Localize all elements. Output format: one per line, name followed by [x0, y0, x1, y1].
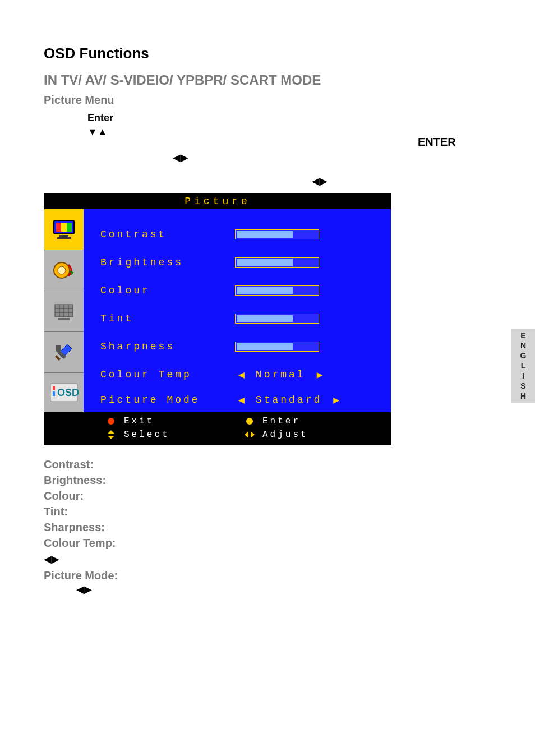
slider-brightness[interactable]: [235, 257, 319, 268]
osd-row-colour-temp[interactable]: Colour Temp ◀ Normal ▶: [100, 361, 381, 389]
svg-rect-27: [237, 315, 293, 322]
left-right-arrows-4: ◀▶: [76, 583, 491, 596]
osd-row-tint[interactable]: Tint: [100, 305, 381, 333]
desc-brightness: Brightness:: [44, 472, 491, 488]
monitor-icon: [52, 217, 76, 242]
enter-label: Enter: [87, 112, 491, 124]
desc-colour: Colour:: [44, 488, 491, 504]
svg-rect-1: [56, 223, 61, 232]
left-right-arrows-3: ◀▶: [44, 553, 491, 565]
page-title: OSD Functions: [44, 45, 491, 62]
slider-sharpness[interactable]: [235, 342, 319, 352]
svg-marker-35: [251, 431, 255, 438]
up-down-arrows-icon: [106, 430, 116, 439]
desc-colour-temp: Colour Temp:: [44, 535, 491, 551]
svg-rect-14: [58, 318, 70, 320]
osd-tab-sound[interactable]: [44, 250, 84, 291]
osd-icon: OSD: [49, 382, 79, 403]
slider-colour[interactable]: [235, 285, 319, 296]
svg-rect-2: [61, 223, 67, 232]
osd-footer-exit-label: Exit: [124, 416, 154, 426]
osd-footer-exit: Exit: [106, 414, 245, 428]
svg-point-30: [108, 418, 114, 425]
osd-label-brightness: Brightness: [100, 257, 235, 268]
osd-row-sharpness[interactable]: Sharpness: [100, 333, 381, 361]
speaker-icon: [52, 258, 76, 283]
osd-tab-osd[interactable]: OSD: [44, 373, 84, 412]
svg-rect-4: [59, 235, 68, 237]
svg-rect-18: [53, 391, 55, 396]
arrow-right-icon[interactable]: ▶: [330, 394, 343, 406]
osd-label-tint: Tint: [100, 313, 235, 324]
osd-row-brightness[interactable]: Brightness: [100, 248, 381, 276]
left-right-arrows-icon: [245, 431, 255, 439]
desc-picture-mode: Picture Mode:: [44, 568, 491, 583]
osd-row-colour[interactable]: Colour: [100, 276, 381, 305]
osd-footer-enter: Enter: [245, 414, 383, 428]
svg-rect-23: [237, 259, 293, 266]
osd-footer: Exit Enter Select: [44, 412, 391, 445]
red-dot-icon: [106, 417, 116, 425]
menu-heading: Picture Menu: [44, 94, 491, 107]
svg-rect-29: [237, 343, 293, 350]
arrow-left-icon[interactable]: ◀: [235, 368, 248, 381]
osd-label-colour-temp: Colour Temp: [100, 369, 235, 380]
osd-tab-tuning[interactable]: [44, 291, 84, 332]
desc-sharpness: Sharpness:: [44, 519, 491, 535]
desc-tint: Tint:: [44, 504, 491, 519]
osd-value-colour-temp: Normal: [256, 369, 306, 380]
arrow-right-icon[interactable]: ▶: [313, 368, 326, 381]
desc-contrast: Contrast:: [44, 457, 491, 472]
yellow-dot-icon: [245, 417, 255, 425]
osd-sidebar: OSD: [44, 209, 84, 412]
svg-marker-33: [108, 436, 114, 439]
slider-tint[interactable]: [235, 314, 319, 324]
osd-tab-picture[interactable]: [44, 209, 84, 250]
tools-icon: [52, 340, 76, 365]
left-right-arrows-1: ◀▶: [173, 151, 491, 164]
svg-text:OSD: OSD: [57, 387, 79, 398]
side-tab-english: ENGLISH: [511, 329, 535, 403]
osd-label-picture-mode: Picture Mode: [100, 394, 235, 405]
mode-heading: IN TV/ AV/ S-VIDEIO/ YPBPR/ SCART MODE: [44, 72, 491, 88]
osd-menu: Picture: [44, 193, 391, 445]
svg-rect-3: [67, 223, 72, 232]
svg-rect-17: [53, 386, 55, 390]
svg-marker-34: [245, 431, 248, 438]
enter-right-label: ENTER: [418, 136, 456, 149]
osd-footer-adjust: Adjust: [245, 428, 383, 441]
osd-footer-adjust-label: Adjust: [262, 430, 308, 440]
osd-row-picture-mode[interactable]: Picture Mode ◀ Standard ▶: [100, 389, 381, 411]
osd-tab-setup[interactable]: [44, 332, 84, 373]
osd-title: Picture: [44, 193, 391, 209]
osd-row-contrast[interactable]: Contrast: [100, 220, 381, 248]
svg-rect-25: [237, 287, 293, 294]
osd-footer-enter-label: Enter: [262, 416, 301, 426]
osd-label-sharpness: Sharpness: [100, 341, 235, 352]
left-right-arrows-2: ◀▶: [312, 175, 491, 187]
osd-label-colour: Colour: [100, 285, 235, 296]
svg-rect-15: [55, 355, 61, 361]
svg-rect-21: [237, 231, 293, 238]
slider-contrast[interactable]: [235, 229, 319, 239]
osd-footer-select-label: Select: [124, 430, 170, 440]
svg-marker-32: [108, 430, 114, 434]
grid-icon: [52, 299, 76, 324]
svg-point-31: [246, 418, 253, 425]
arrow-left-icon[interactable]: ◀: [235, 394, 248, 406]
osd-value-picture-mode: Standard: [256, 394, 322, 405]
svg-point-7: [58, 266, 66, 274]
osd-footer-select: Select: [106, 428, 245, 441]
svg-rect-5: [57, 237, 71, 239]
osd-label-contrast: Contrast: [100, 229, 235, 240]
